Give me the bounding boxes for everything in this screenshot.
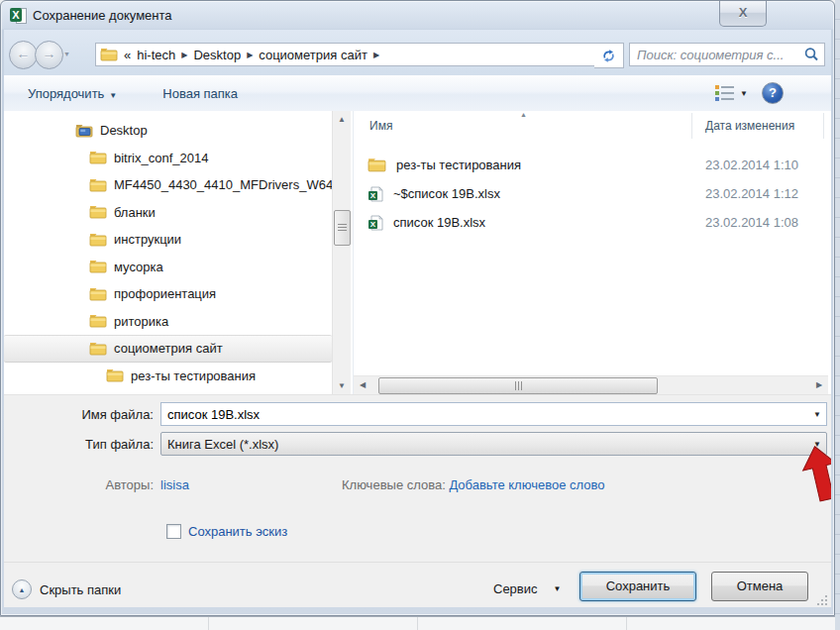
content-area: Desktop bitrix_conf_2014 MF4450_4430_441… bbox=[4, 111, 831, 395]
collapse-icon: ▲ bbox=[12, 579, 32, 599]
keywords-label: Ключевые слова: bbox=[342, 477, 446, 492]
help-button[interactable]: ? bbox=[762, 82, 784, 104]
resize-grip[interactable] bbox=[815, 593, 827, 605]
navigation-band: ← → ▼ « hi-tech ▶ Desktop ▶ со bbox=[4, 30, 831, 75]
tree-item-bitrix-conf[interactable]: bitrix_conf_2014 bbox=[4, 145, 332, 172]
chevron-down-icon: ▼ bbox=[109, 91, 117, 100]
filename-input[interactable] bbox=[161, 407, 808, 422]
close-button[interactable]: X bbox=[719, 1, 767, 27]
folder-icon bbox=[368, 158, 386, 172]
new-folder-button[interactable]: Новая папка bbox=[153, 82, 248, 105]
excel-app-icon: X bbox=[10, 7, 27, 24]
tree-scrollbar-thumb[interactable] bbox=[334, 210, 351, 246]
save-thumbnail-checkbox[interactable] bbox=[166, 524, 181, 539]
tree-item-blanki[interactable]: бланки bbox=[4, 199, 332, 227]
breadcrumb-separator-icon[interactable]: ▶ bbox=[181, 51, 187, 59]
tree-item-sociometria-site-selected[interactable]: социометрия сайт bbox=[4, 335, 332, 363]
close-icon: X bbox=[739, 5, 748, 20]
svg-text:X: X bbox=[370, 220, 376, 229]
change-view-button[interactable]: ▼ bbox=[715, 85, 748, 101]
folder-icon bbox=[89, 342, 107, 356]
breadcrumb: « hi-tech ▶ Desktop ▶ социометрия сайт ▶… bbox=[95, 43, 624, 66]
excel-file-icon: X bbox=[368, 186, 383, 202]
folder-icon bbox=[89, 233, 107, 247]
chevron-down-icon: ▼ bbox=[740, 89, 748, 98]
titlebar[interactable]: X Сохранение документа bbox=[1, 1, 834, 30]
scroll-left-icon[interactable]: ◀ bbox=[354, 376, 371, 394]
column-divider[interactable] bbox=[823, 113, 824, 139]
horizontal-scrollbar-thumb[interactable] bbox=[378, 377, 658, 394]
save-dialog: X Сохранение документа X ← → ▼ bbox=[0, 0, 835, 616]
authors-label: Авторы: bbox=[7, 477, 154, 492]
folder-icon bbox=[89, 178, 107, 192]
folder-icon bbox=[89, 151, 107, 164]
sort-ascending-icon: ▲ bbox=[520, 111, 527, 118]
file-row-spisok-xlsx[interactable]: X список 19В.xlsx 23.02.2014 1:08 bbox=[354, 208, 828, 237]
forward-icon: → bbox=[43, 46, 56, 61]
annotation-arrow-icon bbox=[792, 439, 831, 510]
recent-pages-dropdown[interactable]: ▼ bbox=[63, 51, 70, 57]
filetype-value: Книга Excel (*.xlsx) bbox=[161, 437, 808, 452]
excel-file-icon: X bbox=[368, 215, 383, 231]
breadcrumb-item-current-folder[interactable]: социометрия сайт bbox=[259, 48, 368, 62]
breadcrumb-separator-icon[interactable]: ▶ bbox=[247, 51, 253, 59]
column-header-name[interactable]: Имя bbox=[369, 119, 392, 133]
filename-label: Имя файла: bbox=[7, 407, 154, 422]
list-view-icon bbox=[715, 85, 734, 101]
scroll-up-icon[interactable]: ▲ bbox=[333, 111, 351, 128]
svg-text:X: X bbox=[370, 191, 376, 200]
tree-item-ritorika[interactable]: риторика bbox=[4, 308, 332, 336]
screen: { "window": { "title": "Сохранение докум… bbox=[0, 0, 840, 630]
forward-button[interactable]: → bbox=[35, 41, 63, 69]
tree-item-clipped[interactable]: фишки со сказками bbox=[4, 389, 332, 394]
background-app-bottom-strip bbox=[0, 616, 840, 630]
column-header-date[interactable]: Дата изменения bbox=[705, 119, 794, 133]
folder-icon bbox=[89, 260, 107, 273]
desktop-icon bbox=[75, 124, 93, 138]
hide-folders-button[interactable]: ▲ Скрыть папки bbox=[12, 579, 121, 599]
tree-item-musorka[interactable]: мусорка bbox=[4, 254, 332, 281]
filetype-label: Тип файла: bbox=[7, 437, 154, 452]
breadcrumb-item-desktop[interactable]: Desktop bbox=[193, 48, 241, 62]
save-thumbnail-label[interactable]: Сохранить эскиз bbox=[188, 524, 287, 539]
background-app-right-strip bbox=[835, 0, 840, 630]
breadcrumb-separator-icon[interactable]: ▶ bbox=[373, 51, 379, 59]
refresh-button[interactable] bbox=[594, 43, 624, 68]
dialog-client-area: ← → ▼ « hi-tech ▶ Desktop ▶ со bbox=[4, 30, 831, 607]
chevron-down-icon[interactable]: ▼ bbox=[808, 410, 826, 419]
search-input[interactable] bbox=[630, 48, 802, 62]
scroll-down-icon[interactable]: ▼ bbox=[333, 377, 351, 394]
file-row-temp-xlsx[interactable]: X ~$список 19В.xlsx 23.02.2014 1:12 bbox=[354, 179, 828, 208]
folder-icon bbox=[89, 314, 107, 328]
filetype-select[interactable]: Книга Excel (*.xlsx) ▼ bbox=[160, 432, 827, 456]
scroll-right-icon[interactable]: ▶ bbox=[810, 376, 828, 394]
tree-item-proforientacia[interactable]: профориентация bbox=[4, 280, 332, 308]
back-button[interactable]: ← bbox=[9, 41, 38, 69]
authors-value-link[interactable]: lisisa bbox=[160, 477, 189, 492]
file-list-header: ▲ Имя Дата изменения bbox=[354, 111, 828, 142]
tree-item-mfdrivers[interactable]: MF4450_4430_4410_MFDrivers_W64 bbox=[4, 171, 332, 199]
dialog-footer: ▲ Скрыть папки Сервис ▼ Сохранить Отмена bbox=[4, 562, 831, 607]
filename-combo: ▼ bbox=[160, 402, 827, 426]
cancel-button[interactable]: Отмена bbox=[711, 572, 808, 601]
tree-vertical-scrollbar[interactable]: ▲ ▼ bbox=[332, 111, 351, 394]
search-icon[interactable] bbox=[802, 46, 820, 63]
breadcrumb-overflow[interactable]: « bbox=[124, 48, 131, 62]
tree-item-desktop[interactable]: Desktop bbox=[4, 117, 332, 145]
save-button[interactable]: Сохранить bbox=[579, 572, 696, 601]
organize-button[interactable]: Упорядочить▼ bbox=[18, 82, 127, 105]
file-list-horizontal-scrollbar[interactable]: ◀ ▶ bbox=[354, 375, 828, 394]
command-toolbar: Упорядочить▼ Новая папка ▼ ? bbox=[4, 75, 831, 112]
add-keyword-link[interactable]: Добавьте ключевое слово bbox=[449, 477, 604, 492]
keywords-row: Ключевые слова: Добавьте ключевое слово bbox=[342, 477, 604, 492]
tree-item-instrukcii[interactable]: инструкции bbox=[4, 226, 332, 254]
folder-icon bbox=[106, 368, 124, 382]
question-mark-icon: ? bbox=[769, 85, 777, 100]
tools-dropdown-button[interactable]: Сервис ▼ bbox=[485, 576, 569, 602]
file-list: ▲ Имя Дата изменения рез-ты тестирования… bbox=[353, 111, 828, 394]
search-box bbox=[629, 43, 825, 66]
breadcrumb-item-hi-tech[interactable]: hi-tech bbox=[137, 48, 175, 62]
tree-item-rezults-testing[interactable]: рез-ты тестирования bbox=[4, 363, 332, 390]
column-divider[interactable] bbox=[691, 113, 692, 139]
file-row-rezults-folder[interactable]: рез-ты тестирования 23.02.2014 1:10 bbox=[354, 151, 828, 179]
